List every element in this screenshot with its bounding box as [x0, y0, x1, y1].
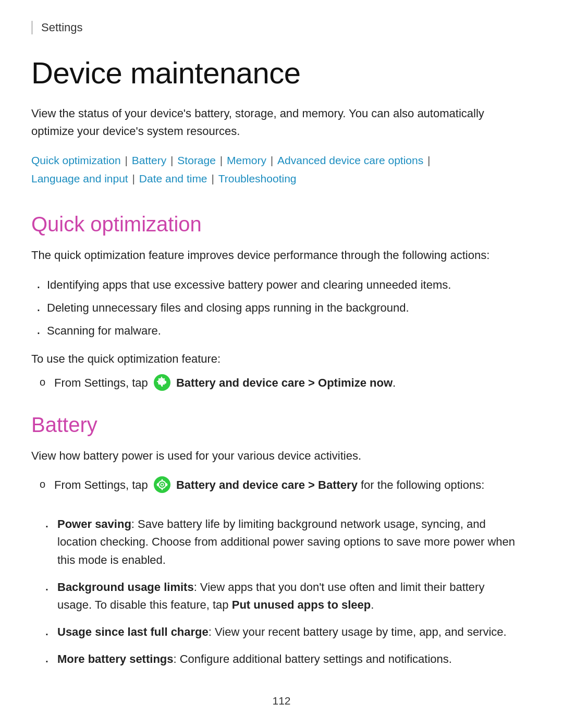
breadcrumb-label: Settings	[41, 21, 83, 34]
battery-subbullet-3-bold: Usage since last full charge	[57, 625, 209, 638]
nav-link-datetime[interactable]: Date and time	[139, 172, 207, 184]
nav-link-advanced[interactable]: Advanced device care options	[277, 154, 423, 166]
nav-link-battery[interactable]: Battery	[132, 154, 167, 166]
section-quick-optimization: Quick optimization The quick optimizatio…	[31, 213, 532, 392]
nav-sep-6: |	[129, 172, 138, 184]
battery-step-1: From Settings, tap	[31, 476, 521, 495]
bullet-item-1: Identifying apps that use excessive batt…	[31, 276, 521, 294]
step-text-before: From Settings, tap	[54, 376, 151, 389]
to-use-text: To use the quick optimization feature:	[31, 352, 532, 366]
battery-subbullet-4: More battery settings: Configure additio…	[31, 650, 521, 668]
nav-link-storage[interactable]: Storage	[177, 154, 216, 166]
battery-step-after: for the following options:	[358, 478, 484, 491]
step-period: .	[393, 376, 396, 389]
nav-link-language[interactable]: Language and input	[31, 172, 128, 184]
page-title: Device maintenance	[31, 55, 532, 90]
section-title-quick-optimization: Quick optimization	[31, 213, 532, 236]
battery-subbullet-2: Background usage limits: View apps that …	[31, 578, 521, 614]
svg-point-23	[161, 484, 163, 486]
intro-text: View the status of your device's battery…	[31, 105, 511, 140]
battery-subbullet-2-period: .	[371, 598, 374, 611]
battery-settings-icon	[153, 476, 171, 493]
battery-subbullet-4-text: : Configure additional battery settings …	[174, 652, 452, 665]
svg-rect-14	[162, 479, 163, 482]
nav-sep-4: |	[267, 154, 276, 166]
nav-sep-2: |	[167, 154, 176, 166]
quick-optimization-steps: From Settings, tap	[31, 374, 532, 392]
section-battery: Battery View how battery power is used f…	[31, 413, 532, 668]
nav-links: Quick optimization | Battery | Storage |…	[31, 152, 532, 188]
battery-subbullet-4-bold: More battery settings	[57, 652, 174, 665]
settings-icon	[153, 374, 171, 391]
battery-subbullet-1: Power saving: Save battery life by limit…	[31, 515, 521, 569]
bullet-item-2: Deleting unnecessary files and closing a…	[31, 299, 521, 317]
nav-link-quick-optimization[interactable]: Quick optimization	[31, 154, 121, 166]
battery-subbullet-1-bold: Power saving	[57, 517, 131, 530]
bullet-item-3: Scanning for malware.	[31, 322, 521, 340]
battery-subbullet-3-text: : View your recent battery usage by time…	[209, 625, 507, 638]
page-container: Settings Device maintenance View the sta…	[0, 0, 563, 728]
battery-steps: From Settings, tap	[31, 476, 532, 495]
battery-step-bold: Battery and device care > Battery	[176, 478, 358, 491]
step-bold-text: Battery and device care > Optimize now	[176, 376, 393, 389]
nav-link-memory[interactable]: Memory	[227, 154, 266, 166]
svg-rect-5	[162, 385, 163, 387]
battery-subbullet-2-bold2: Put unused apps to sleep	[232, 598, 371, 611]
svg-rect-15	[162, 488, 163, 490]
nav-sep-5: |	[424, 154, 430, 166]
battery-step-before: From Settings, tap	[54, 478, 151, 491]
quick-optimization-bullets: Identifying apps that use excessive batt…	[31, 276, 532, 340]
battery-subbullet-2-bold: Background usage limits	[57, 581, 194, 594]
quick-optimization-intro: The quick optimization feature improves …	[31, 246, 521, 264]
breadcrumb: Settings	[31, 21, 532, 34]
nav-sep-1: |	[122, 154, 131, 166]
battery-sub-bullets: Power saving: Save battery life by limit…	[31, 515, 532, 668]
battery-intro: View how battery power is used for your …	[31, 447, 521, 465]
svg-rect-4	[162, 378, 163, 380]
quick-optimization-step-1: From Settings, tap	[31, 374, 521, 392]
page-number: 112	[0, 695, 563, 707]
nav-sep-3: |	[217, 154, 226, 166]
section-title-battery: Battery	[31, 413, 532, 437]
nav-link-troubleshooting[interactable]: Troubleshooting	[218, 172, 297, 184]
battery-subbullet-3: Usage since last full charge: View your …	[31, 623, 521, 641]
nav-sep-7: |	[209, 172, 217, 184]
